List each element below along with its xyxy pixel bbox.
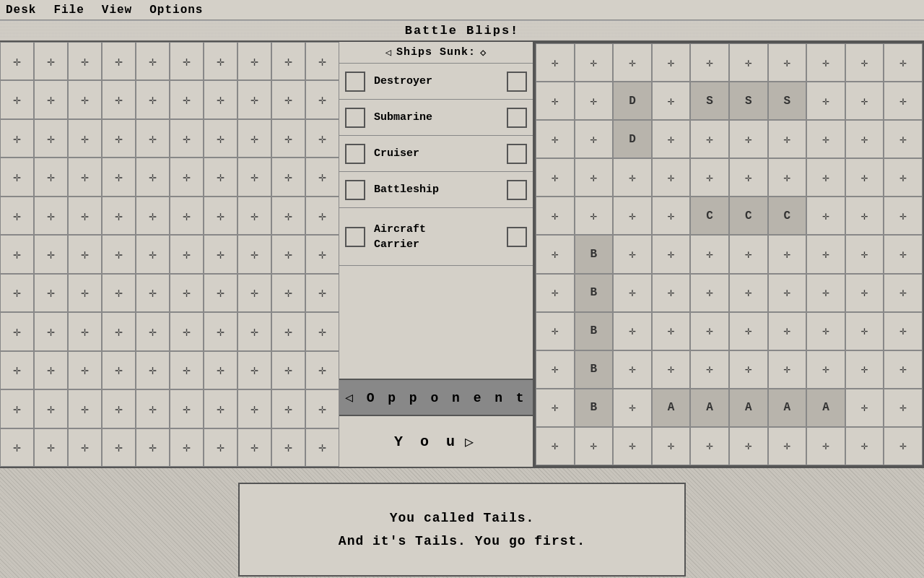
left-grid-cell[interactable]: ✛ xyxy=(68,312,102,350)
left-grid-cell[interactable]: ✛ xyxy=(237,351,271,389)
left-grid-cell[interactable]: ✛ xyxy=(136,235,170,273)
right-grid-cell[interactable]: ✛ xyxy=(652,235,691,273)
left-grid-cell[interactable]: ✛ xyxy=(136,80,170,118)
right-grid-cell[interactable]: ✛ xyxy=(806,235,845,273)
left-grid-cell[interactable]: ✛ xyxy=(136,428,170,467)
left-grid-cell[interactable]: ✛ xyxy=(204,312,237,350)
right-grid-cell[interactable]: ✛ xyxy=(613,274,652,312)
left-grid-cell[interactable]: ✛ xyxy=(102,119,136,158)
left-grid-cell[interactable]: ✛ xyxy=(204,274,237,312)
right-grid-cell[interactable]: ✛ xyxy=(690,43,729,82)
left-grid-cell[interactable]: ✛ xyxy=(170,119,204,158)
left-grid-cell[interactable]: ✛ xyxy=(271,389,305,428)
left-grid-cell[interactable]: ✛ xyxy=(271,428,305,467)
right-grid-cell[interactable]: ✛ xyxy=(845,43,884,82)
left-grid-cell[interactable]: ✛ xyxy=(0,42,34,80)
left-grid-cell[interactable]: ✛ xyxy=(305,351,339,389)
left-grid-cell[interactable]: ✛ xyxy=(68,389,102,428)
left-grid-cell[interactable]: ✛ xyxy=(0,312,34,350)
right-grid-cell[interactable]: ✛ xyxy=(652,274,691,312)
right-grid-cell[interactable]: ✛ xyxy=(536,82,575,120)
right-grid-cell[interactable]: ✛ xyxy=(768,235,807,273)
right-grid-cell[interactable]: ✛ xyxy=(768,158,807,197)
left-grid-cell[interactable]: ✛ xyxy=(102,351,136,389)
left-grid-cell[interactable]: ✛ xyxy=(204,351,237,389)
left-grid-cell[interactable]: ✛ xyxy=(204,80,237,118)
left-grid-cell[interactable]: ✛ xyxy=(0,274,34,312)
right-grid-cell[interactable]: ✛ xyxy=(690,158,729,197)
left-grid-cell[interactable]: ✛ xyxy=(237,158,271,196)
right-grid-cell[interactable]: ✛ xyxy=(729,274,768,312)
right-grid-cell[interactable]: ✛ xyxy=(575,158,614,197)
cruiser-checkbox[interactable] xyxy=(345,144,365,164)
right-grid-cell[interactable]: A xyxy=(690,389,729,427)
right-grid-cell[interactable]: ✛ xyxy=(768,274,807,312)
right-grid-cell[interactable]: ✛ xyxy=(536,43,575,82)
left-grid-cell[interactable]: ✛ xyxy=(136,42,170,80)
left-grid-cell[interactable]: ✛ xyxy=(102,80,136,118)
right-grid-cell[interactable]: ✛ xyxy=(845,197,884,235)
right-grid-cell[interactable]: ✛ xyxy=(729,312,768,350)
left-grid-cell[interactable]: ✛ xyxy=(102,389,136,428)
right-grid-cell[interactable]: ✛ xyxy=(806,274,845,312)
right-grid-cell[interactable]: ✛ xyxy=(729,350,768,389)
right-grid-cell[interactable]: ✛ xyxy=(806,427,845,465)
right-grid-cell[interactable]: ✛ xyxy=(845,120,884,158)
left-grid-cell[interactable]: ✛ xyxy=(34,197,68,235)
left-grid-cell[interactable]: ✛ xyxy=(237,235,271,273)
left-grid-cell[interactable]: ✛ xyxy=(170,428,204,467)
left-grid-cell[interactable]: ✛ xyxy=(102,312,136,350)
aircraft-carrier-checkbox[interactable] xyxy=(345,227,365,247)
menu-file[interactable]: File xyxy=(53,4,84,17)
right-grid-cell[interactable]: ✛ xyxy=(613,43,652,82)
left-grid-cell[interactable]: ✛ xyxy=(102,274,136,312)
right-grid-cell[interactable]: ✛ xyxy=(575,197,614,235)
left-grid-cell[interactable]: ✛ xyxy=(136,158,170,196)
right-grid-cell[interactable]: ✛ xyxy=(575,427,614,465)
right-grid-cell[interactable]: ✛ xyxy=(690,235,729,273)
right-grid-cell[interactable]: ✛ xyxy=(613,350,652,389)
right-grid[interactable]: ✛✛✛✛✛✛✛✛✛✛✛✛D✛SSS✛✛✛✛✛D✛✛✛✛✛✛✛✛✛✛✛✛✛✛✛✛✛… xyxy=(534,42,924,467)
right-grid-cell[interactable]: ✛ xyxy=(884,350,923,389)
right-grid-cell[interactable]: C xyxy=(729,197,768,235)
right-grid-cell[interactable]: ✛ xyxy=(884,82,923,120)
right-grid-cell[interactable]: ✛ xyxy=(845,350,884,389)
right-grid-cell[interactable]: ✛ xyxy=(845,312,884,350)
left-grid-cell[interactable]: ✛ xyxy=(271,197,305,235)
left-grid-cell[interactable]: ✛ xyxy=(102,42,136,80)
right-grid-cell[interactable]: ✛ xyxy=(729,43,768,82)
right-grid-cell[interactable]: ✛ xyxy=(652,43,691,82)
right-grid-cell[interactable]: ✛ xyxy=(536,389,575,427)
right-grid-cell[interactable]: ✛ xyxy=(652,82,691,120)
right-grid-cell[interactable]: ✛ xyxy=(884,389,923,427)
right-grid-cell[interactable]: ✛ xyxy=(729,120,768,158)
right-grid-cell[interactable]: ✛ xyxy=(652,197,691,235)
right-grid-cell[interactable]: ✛ xyxy=(652,120,691,158)
left-grid-cell[interactable]: ✛ xyxy=(0,389,34,428)
right-grid-cell[interactable]: ✛ xyxy=(690,427,729,465)
right-grid-cell[interactable]: ✛ xyxy=(884,158,923,197)
right-grid-cell[interactable]: ✛ xyxy=(845,235,884,273)
menu-desk[interactable]: Desk xyxy=(6,4,36,17)
left-grid-cell[interactable]: ✛ xyxy=(305,197,339,235)
left-grid-cell[interactable]: ✛ xyxy=(136,351,170,389)
left-grid-cell[interactable]: ✛ xyxy=(170,389,204,428)
right-grid-cell[interactable]: ✛ xyxy=(845,158,884,197)
left-grid-cell[interactable]: ✛ xyxy=(237,42,271,80)
submarine-checkbox[interactable] xyxy=(345,108,365,128)
left-grid-cell[interactable]: ✛ xyxy=(271,351,305,389)
right-grid-cell[interactable]: D xyxy=(613,120,652,158)
right-grid-cell[interactable]: B xyxy=(575,274,614,312)
right-grid-cell[interactable]: ✛ xyxy=(575,82,614,120)
right-grid-cell[interactable]: A xyxy=(768,389,807,427)
left-grid-cell[interactable]: ✛ xyxy=(136,119,170,158)
left-grid-cell[interactable]: ✛ xyxy=(170,42,204,80)
left-grid-cell[interactable]: ✛ xyxy=(68,428,102,467)
left-grid-cell[interactable]: ✛ xyxy=(170,158,204,196)
right-grid-cell[interactable]: ✛ xyxy=(884,235,923,273)
right-grid-cell[interactable]: ✛ xyxy=(845,389,884,427)
left-grid-cell[interactable]: ✛ xyxy=(204,42,237,80)
right-grid-cell[interactable]: C xyxy=(768,197,807,235)
left-grid-cell[interactable]: ✛ xyxy=(204,119,237,158)
left-grid-cell[interactable]: ✛ xyxy=(136,312,170,350)
